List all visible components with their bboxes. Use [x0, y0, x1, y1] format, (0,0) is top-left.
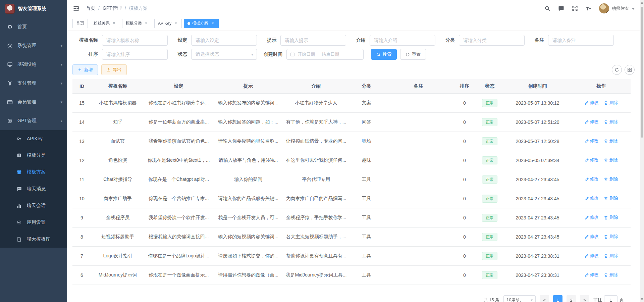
setting-filter-input[interactable] — [191, 35, 257, 46]
edit-link[interactable]: 修改 — [585, 138, 599, 144]
window-scrollbar[interactable] — [640, 0, 644, 302]
delete-link[interactable]: 删除 — [604, 157, 618, 163]
scroll-down-arrow-icon[interactable] — [641, 298, 643, 300]
brand-logo-image — [5, 4, 15, 14]
search-button[interactable]: 搜索 — [371, 49, 397, 60]
edit-link[interactable]: 修改 — [585, 272, 599, 278]
prompt-filter-input[interactable] — [280, 35, 346, 46]
tag-apikey[interactable]: APIKey × — [154, 19, 182, 28]
goto-page-input[interactable] — [604, 295, 618, 302]
font-size-icon[interactable] — [585, 5, 592, 12]
tag-fans[interactable]: 粉丝关系 × — [90, 19, 120, 28]
next-page-button[interactable]: > — [580, 295, 589, 302]
delete-link[interactable]: 删除 — [604, 176, 618, 182]
tag-home[interactable]: 首页 — [72, 19, 88, 28]
created-date-range[interactable]: 开始日期 - 结束日期 — [286, 49, 364, 60]
sidebar-item-chat-session[interactable]: 聊天会话 — [0, 197, 67, 214]
breadcrumb-parent[interactable]: GPT管理 — [103, 5, 122, 11]
sort-filter-input[interactable] — [102, 49, 168, 60]
status-badge: 正常 — [482, 137, 497, 145]
sidebar-item-home[interactable]: 首页 — [0, 17, 67, 36]
edit-link[interactable]: 修改 — [585, 214, 599, 220]
close-icon[interactable]: × — [144, 21, 149, 26]
scroll-up-arrow-icon[interactable] — [641, 2, 643, 4]
delete-link[interactable]: 删除 — [604, 195, 618, 201]
breadcrumb: 首页 / GPT管理 / 模板方案 — [86, 5, 148, 11]
page-2-button[interactable]: 2 — [567, 295, 576, 302]
sidebar-item-template-category[interactable]: 模板分类 — [0, 147, 67, 164]
refresh-table-button[interactable] — [612, 65, 622, 75]
cell-sort: 0 — [453, 93, 476, 112]
delete-link[interactable]: 删除 — [604, 272, 618, 278]
sidebar-item-member[interactable]: 会员管理 ▾ — [0, 93, 67, 111]
category-filter-input[interactable] — [459, 35, 525, 46]
table-row: 7 Logo设计指引 你现在是一个品牌Logo设计... 请按照如下格式提交，你… — [72, 246, 631, 265]
reset-button[interactable]: 重置 — [400, 49, 426, 60]
tag-template-category[interactable]: 模板分类 × — [122, 19, 152, 28]
edit-pencil-icon — [585, 120, 589, 124]
date-end-placeholder[interactable]: 结束日期 — [322, 51, 339, 57]
status-select[interactable]: 请选择状态 ▾ — [191, 49, 257, 60]
sidebar-collapse-icon[interactable] — [72, 5, 80, 12]
intro-filter-input[interactable] — [370, 35, 435, 46]
edit-link-label: 修改 — [590, 138, 599, 144]
tag-template-plan[interactable]: 模板方案 × — [184, 19, 219, 28]
delete-link[interactable]: 删除 — [604, 100, 618, 106]
prev-page-button[interactable]: < — [540, 295, 549, 302]
cell-sort: 0 — [453, 208, 476, 227]
cell-status: 正常 — [476, 132, 503, 151]
close-icon[interactable]: × — [112, 21, 116, 26]
cell-operations: 修改 删除 — [572, 151, 631, 170]
breadcrumb-home[interactable]: 首页 — [86, 5, 95, 11]
fullscreen-icon[interactable] — [572, 5, 578, 12]
brand[interactable]: 智友管理系统 — [0, 0, 67, 17]
date-start-placeholder[interactable]: 开始日期 — [298, 51, 315, 57]
edit-link[interactable]: 修改 — [585, 176, 599, 182]
category-icon — [16, 152, 22, 158]
sidebar-item-gpt[interactable]: GPT管理 ▴ — [0, 111, 67, 130]
edit-link[interactable]: 修改 — [585, 100, 599, 106]
sidebar-item-chat-template-lib[interactable]: 聊天模板库 — [0, 231, 67, 248]
search-icon[interactable] — [544, 5, 550, 12]
close-icon[interactable]: × — [210, 21, 215, 26]
sidebar-item-template-plan[interactable]: 模板方案 — [0, 164, 67, 181]
note-filter-input[interactable] — [548, 35, 614, 46]
delete-link[interactable]: 删除 — [604, 138, 618, 144]
sidebar-item-payment[interactable]: 支付管理 ▾ — [0, 74, 67, 93]
user-menu[interactable]: 萌熊智友 — [599, 3, 635, 13]
sidebar-item-label: 系统管理 — [17, 43, 56, 49]
column-header: 状态 — [476, 79, 503, 93]
close-icon[interactable]: × — [173, 21, 178, 26]
edit-link[interactable]: 修改 — [585, 234, 599, 240]
delete-link[interactable]: 删除 — [604, 214, 618, 220]
sidebar-item-apikey[interactable]: APIKey — [0, 130, 67, 147]
edit-link[interactable]: 修改 — [585, 119, 599, 125]
message-icon[interactable] — [558, 5, 564, 12]
cell-created: 2023-05-07 12:51:20 — [503, 112, 572, 132]
name-filter-input[interactable] — [102, 35, 168, 46]
sidebar-item-chat-message[interactable]: 聊天消息 — [0, 181, 67, 197]
edit-link[interactable]: 修改 — [585, 157, 599, 163]
trash-icon — [604, 254, 608, 258]
edit-link[interactable]: 修改 — [585, 195, 599, 201]
refresh-icon — [406, 52, 410, 57]
sidebar-item-infrastructure[interactable]: 基础设施 ▾ — [0, 55, 67, 74]
table-row: 12 角色扮演 你现在是$text0中的$text1，... 请输入故事与角色，… — [72, 151, 631, 170]
status-badge: 正常 — [482, 252, 497, 260]
cell-note — [384, 93, 453, 112]
page-1-button[interactable]: 1 — [553, 295, 562, 302]
chevron-down-icon: ▾ — [60, 44, 62, 48]
delete-link[interactable]: 删除 — [604, 253, 618, 259]
delete-link[interactable]: 删除 — [604, 234, 618, 240]
edit-link[interactable]: 修改 — [585, 253, 599, 259]
column-settings-button[interactable] — [625, 65, 635, 75]
export-button[interactable]: 导出 — [101, 64, 127, 75]
cell-prompt: 输入你的短视频内容关键词... — [213, 227, 283, 246]
cell-intro: 平台代理专用 — [283, 170, 349, 189]
delete-link[interactable]: 删除 — [604, 119, 618, 125]
scrollbar-thumb[interactable] — [641, 7, 643, 138]
page-size-select[interactable]: 10条/页 ▾ — [503, 295, 536, 302]
sidebar-item-app-settings[interactable]: 应用设置 — [0, 214, 67, 231]
add-button[interactable]: 新增 — [72, 64, 98, 75]
sidebar-item-system[interactable]: 系统管理 ▾ — [0, 36, 67, 55]
